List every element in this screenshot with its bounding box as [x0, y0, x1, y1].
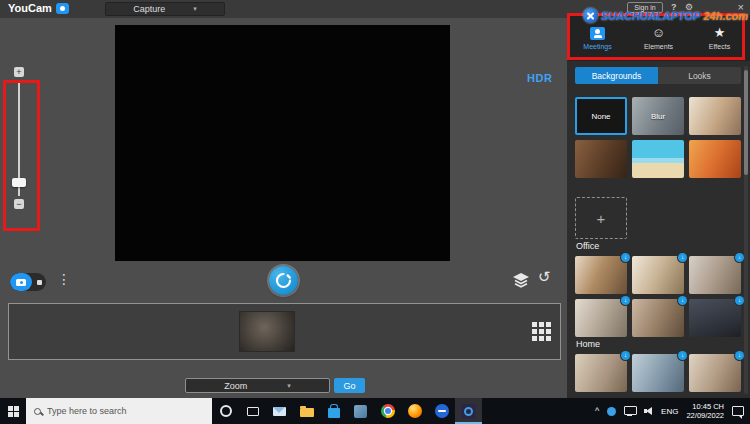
taskbar-icon-explorer[interactable]	[293, 398, 320, 424]
download-badge-icon: ↓	[735, 296, 744, 305]
panel-header: Sign in ? ⚙ ×	[567, 0, 750, 15]
section-title-office: Office	[576, 241, 599, 251]
add-background-button[interactable]: +	[575, 197, 627, 239]
tray-chevron-icon[interactable]: ^	[595, 406, 599, 416]
background-thumbnail[interactable]: ↓	[689, 354, 741, 392]
background-blur[interactable]: Blur	[632, 97, 684, 135]
windows-logo-icon	[8, 406, 19, 417]
tab-meetings[interactable]: Meetings	[567, 15, 628, 61]
background-thumbnail[interactable]: ↓	[632, 256, 684, 294]
background-thumbnail[interactable]: ↓	[689, 256, 741, 294]
download-badge-icon: ↓	[678, 351, 687, 360]
download-badge-icon: ↓	[621, 351, 630, 360]
snapshot-button[interactable]	[269, 266, 298, 295]
shutter-swirl-icon	[275, 272, 292, 289]
right-panel: Sign in ? ⚙ × SUACHUALAPTOP24h.com Meeti…	[567, 0, 750, 398]
captured-photo-thumbnail[interactable]	[239, 311, 295, 352]
gallery-grid-icon[interactable]	[532, 322, 551, 341]
tray-app-icon[interactable]	[607, 407, 616, 416]
taskbar-icon-cortana[interactable]	[212, 398, 239, 424]
mail-icon	[273, 407, 286, 416]
section-title-home: Home	[576, 339, 600, 349]
start-button[interactable]	[0, 398, 26, 424]
taskbar-icon-mail[interactable]	[266, 398, 293, 424]
smiley-icon: ☺	[652, 26, 665, 40]
mode-tabs: Meetings ☺ Elements ★ Effects	[567, 15, 750, 61]
background-thumbnail[interactable]: ↓	[575, 256, 627, 294]
taskbar-clock[interactable]: 10:45 CH 22/09/2022	[686, 402, 724, 420]
zoom-slider-thumb[interactable]	[12, 178, 26, 187]
background-thumbnail[interactable]: ↓	[575, 299, 627, 337]
background-thumbnail[interactable]: ↓	[575, 354, 627, 392]
background-thumbnail[interactable]: ↓	[632, 354, 684, 392]
taskbar-icon-chrome[interactable]	[374, 398, 401, 424]
taskbar-icon-teamviewer[interactable]	[428, 398, 455, 424]
search-icon	[34, 408, 41, 415]
taskbar-apps	[212, 398, 482, 424]
home-backgrounds-grid: ↓ ↓ ↓	[575, 354, 741, 392]
teamviewer-icon	[435, 404, 449, 418]
background-thumbnail[interactable]	[689, 97, 741, 135]
photo-video-toggle[interactable]	[10, 273, 46, 291]
background-thumbnail[interactable]: ↓	[632, 299, 684, 337]
scrollbar-thumb[interactable]	[744, 70, 748, 175]
zoom-dropdown[interactable]: Zoom ▾	[185, 378, 330, 393]
app-title: YouCam	[8, 2, 52, 14]
tab-looks[interactable]: Looks	[658, 67, 741, 84]
download-badge-icon: ↓	[621, 296, 630, 305]
chevron-down-icon: ▾	[193, 5, 197, 13]
sub-tabs: Backgrounds Looks	[575, 67, 741, 84]
network-icon[interactable]	[624, 406, 636, 416]
background-thumbnail[interactable]	[632, 140, 684, 178]
tab-backgrounds[interactable]: Backgrounds	[575, 67, 658, 84]
background-thumbnail[interactable]	[689, 140, 741, 178]
panel-scrollbar[interactable]	[744, 66, 748, 394]
zoom-out-icon[interactable]: −	[14, 199, 24, 209]
tray-date: 22/09/2022	[686, 411, 724, 420]
zoom-in-icon[interactable]: +	[14, 67, 24, 77]
chevron-down-icon: ▾	[287, 382, 291, 390]
close-icon[interactable]: ×	[738, 1, 744, 13]
more-options-button[interactable]: ⋮	[57, 271, 71, 287]
tab-elements[interactable]: ☺ Elements	[628, 15, 689, 61]
search-input[interactable]	[47, 406, 197, 416]
windows-taskbar: ^ ENG 10:45 CH 22/09/2022	[0, 398, 750, 424]
language-indicator[interactable]: ENG	[661, 407, 678, 416]
sign-in-button[interactable]: Sign in	[627, 2, 663, 13]
file-explorer-icon	[300, 408, 314, 417]
action-center-icon[interactable]	[732, 406, 744, 416]
hdr-toggle[interactable]: HDR	[527, 72, 552, 84]
background-none[interactable]: None	[575, 97, 627, 135]
taskbar-icon-store[interactable]	[320, 398, 347, 424]
volume-icon[interactable]	[644, 407, 653, 415]
background-thumbnail[interactable]: ↓	[689, 299, 741, 337]
capture-dropdown[interactable]: Capture ▾	[105, 2, 225, 16]
youcam-app-window: YouCam Capture ▾ HDR + − ⋮	[0, 0, 750, 424]
store-icon	[328, 408, 340, 418]
rotate-icon[interactable]: ↺	[538, 268, 551, 286]
app-logo: YouCam	[8, 2, 69, 14]
system-tray: ^ ENG 10:45 CH 22/09/2022	[595, 398, 750, 424]
download-badge-icon: ↓	[678, 253, 687, 262]
layers-icon[interactable]	[512, 272, 530, 293]
taskbar-icon-photos[interactable]	[347, 398, 374, 424]
taskbar-search[interactable]	[26, 398, 212, 424]
taskbar-icon-taskview[interactable]	[239, 398, 266, 424]
tray-time: 10:45 CH	[686, 402, 724, 411]
settings-gear-icon[interactable]: ⚙	[685, 2, 693, 12]
plus-icon: +	[597, 210, 606, 227]
download-badge-icon: ↓	[735, 253, 744, 262]
effects-star-icon: ★	[714, 26, 726, 40]
background-thumbnail[interactable]	[575, 140, 627, 178]
capture-label: Capture	[133, 4, 165, 14]
taskbar-icon-firefox[interactable]	[401, 398, 428, 424]
office-backgrounds-grid: ↓ ↓ ↓ ↓ ↓ ↓	[575, 256, 741, 337]
taskbar-icon-youcam[interactable]	[455, 398, 482, 424]
go-button[interactable]: Go	[334, 378, 365, 393]
video-preview	[115, 25, 450, 261]
backgrounds-grid: None Blur	[575, 97, 741, 178]
tab-effects[interactable]: ★ Effects	[689, 15, 750, 61]
download-badge-icon: ↓	[621, 253, 630, 262]
help-icon[interactable]: ?	[671, 2, 677, 12]
cortana-icon	[220, 405, 232, 417]
